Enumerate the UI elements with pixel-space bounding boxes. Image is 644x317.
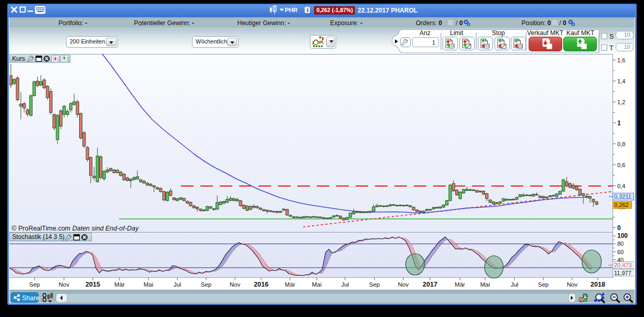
svg-text:Stochastik (14 3 5): Stochastik (14 3 5) xyxy=(12,233,65,241)
svg-text:2016: 2016 xyxy=(254,281,269,288)
svg-text:0,3211: 0,3211 xyxy=(614,193,631,200)
svg-text:0: 0 xyxy=(617,224,621,232)
svg-text:60: 60 xyxy=(617,249,624,255)
svg-text:22.12.2017 PHAROL: 22.12.2017 PHAROL xyxy=(358,7,417,14)
svg-text:0,8: 0,8 xyxy=(617,141,625,147)
svg-text:S: S xyxy=(609,33,614,40)
svg-text:Nov: Nov xyxy=(230,281,241,288)
svg-text:Jul: Jul xyxy=(341,281,349,288)
svg-text:Sep: Sep xyxy=(29,281,40,288)
svg-text:Nov: Nov xyxy=(398,281,409,288)
svg-text:Mär: Mär xyxy=(114,281,125,288)
svg-text:2017: 2017 xyxy=(423,281,437,288)
svg-text:11,977: 11,977 xyxy=(614,270,631,276)
svg-text:Kurs: Kurs xyxy=(12,55,25,62)
svg-text:0,4: 0,4 xyxy=(617,183,625,189)
svg-text:0,6: 0,6 xyxy=(617,162,625,168)
svg-text:20,473: 20,473 xyxy=(614,262,632,268)
svg-text:2015: 2015 xyxy=(85,281,100,288)
svg-text:1,6: 1,6 xyxy=(617,57,625,63)
svg-text:0,262 (-1,87%): 0,262 (-1,87%) xyxy=(317,7,353,13)
svg-text:80: 80 xyxy=(617,241,624,247)
svg-text:1,4: 1,4 xyxy=(617,78,625,84)
svg-text:i: i xyxy=(307,7,308,13)
svg-text:T: T xyxy=(609,45,614,52)
svg-text:Sep: Sep xyxy=(369,281,380,288)
svg-text:Sep: Sep xyxy=(538,281,549,288)
svg-text:1: 1 xyxy=(617,119,621,127)
svg-text:Sep: Sep xyxy=(201,281,211,288)
svg-text:PHR: PHR xyxy=(285,7,298,13)
svg-text:Jul: Jul xyxy=(174,281,181,288)
svg-text:0,262: 0,262 xyxy=(614,202,629,208)
svg-text:1,2: 1,2 xyxy=(617,99,625,105)
svg-text:© ProRealTime.com Daten sind E: © ProRealTime.com Daten sind End-of-Day xyxy=(12,225,139,232)
svg-text:Mai: Mai xyxy=(144,281,154,288)
svg-text:Mär: Mär xyxy=(455,281,465,288)
svg-text:Jul: Jul xyxy=(511,281,519,288)
svg-text:100: 100 xyxy=(617,232,628,239)
svg-text:Mai: Mai xyxy=(312,281,322,288)
svg-text:Mär: Mär xyxy=(285,281,295,288)
svg-text:Mai: Mai xyxy=(480,281,490,288)
svg-text:2018: 2018 xyxy=(591,281,605,288)
svg-text:Share: Share xyxy=(22,294,39,301)
svg-text:Nov: Nov xyxy=(567,281,578,288)
svg-text:Nov: Nov xyxy=(59,281,70,288)
